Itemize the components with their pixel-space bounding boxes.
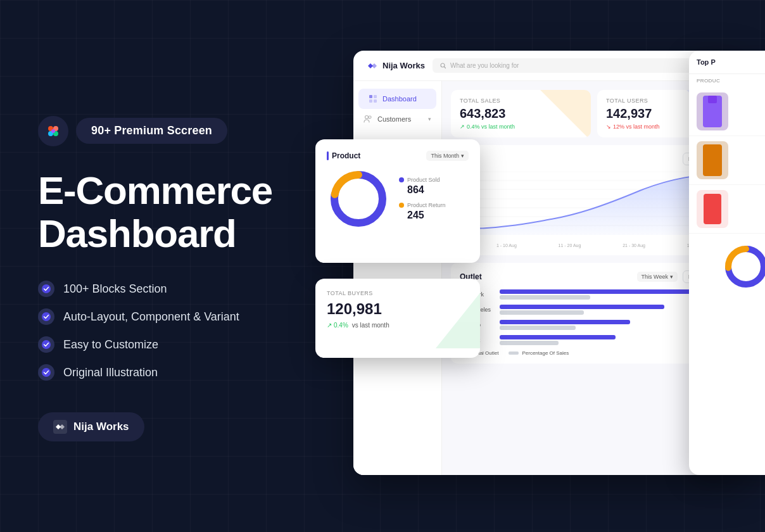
rf-product-2 [689, 136, 765, 185]
figma-icon [38, 116, 68, 146]
svg-rect-17 [369, 99, 372, 103]
svg-rect-18 [374, 99, 377, 103]
sidebar-item-dashboard[interactable]: Dashboard [358, 89, 436, 109]
rf-product-1 [689, 87, 765, 136]
feature-customize: Easy to Customize [38, 336, 355, 353]
outlet-row-newyork: New York 31 43% [460, 289, 728, 300]
svg-rect-15 [369, 95, 372, 98]
feature-blocks: 100+ Blocks Section [38, 281, 355, 297]
rf-header: Top P [689, 51, 765, 74]
product-card: Product This Month ▾ [315, 139, 480, 263]
brand-name: Nija Works [73, 421, 129, 433]
search-bar[interactable]: What are you looking for [433, 58, 733, 73]
svg-point-8 [42, 368, 51, 377]
main-title: E-Commerce Dashboard [38, 169, 355, 255]
outlet-row-phoenix: Phoenix 20 28% [460, 335, 728, 345]
legend-sold: Product Sold 864 [399, 177, 446, 196]
rf-subheader: PRODUC [689, 74, 765, 87]
outlet-row-la: Los Angeles 27 40% [460, 305, 728, 315]
left-panel: 90+ Premium Sccreen E-Commerce Dashboard… [38, 0, 355, 532]
svg-point-19 [365, 116, 369, 119]
sales-chart-area: 14k 12k 10k 8k 6k 4k 2k [460, 172, 728, 248]
check-icon-illustration [38, 364, 54, 381]
dashboard-main: Nija Works What are you looking for [353, 51, 746, 475]
donut-area: Product Sold 864 Product Return 245 [327, 167, 469, 231]
sidebar-item-customers[interactable]: Customers ▾ [353, 109, 441, 129]
svg-marker-21 [540, 90, 591, 137]
svg-point-5 [42, 284, 51, 293]
rf-donut [689, 234, 765, 300]
rf-product-3 [689, 185, 765, 234]
check-icon-blocks [38, 281, 54, 297]
outlet-header: Outlet This Week ▾ Download [460, 270, 728, 283]
product-card-header: Product This Month ▾ [327, 151, 469, 161]
chart-header: Sales Download [460, 153, 728, 165]
right-float-card: Top P PRODUC [689, 51, 765, 475]
svg-point-20 [369, 116, 371, 118]
buyers-card: TOTAL BUYERS 120,981 ↗ 0.4% vs last mont… [315, 279, 480, 358]
svg-point-6 [42, 312, 51, 321]
check-icon-customize [38, 336, 54, 353]
svg-point-7 [42, 340, 51, 349]
outlet-row-chicago: Chicago 22 36% [460, 320, 728, 330]
brand-footer: Nija Works [38, 412, 144, 441]
svg-marker-13 [436, 285, 480, 348]
stat-card-sales: TOTAL SALES 643,823 ↗ 0.4% vs last month [451, 90, 591, 137]
feature-illustration: Original Illustration [38, 364, 355, 381]
month-select[interactable]: This Month ▾ [426, 151, 469, 161]
outlet-legend: Total Outlet Percentage Of Sales [460, 350, 728, 356]
check-icon-layout [38, 308, 54, 325]
dash-header: Nija Works What are you looking for [353, 51, 746, 81]
donut-chart [327, 167, 390, 231]
donut-legend: Product Sold 864 Product Return 245 [399, 177, 446, 221]
legend-return: Product Return 245 [399, 202, 446, 221]
features-list: 100+ Blocks Section Auto-Layout, Compone… [38, 281, 355, 381]
outlet-period[interactable]: This Week ▾ [637, 272, 678, 282]
right-panel: Product This Month ▾ [353, 51, 765, 507]
product-card-title: Product [332, 151, 360, 160]
svg-point-4 [51, 129, 55, 133]
buyers-decoration [436, 285, 474, 352]
svg-rect-16 [374, 95, 377, 98]
dash-logo: Nija Works [366, 60, 425, 72]
feature-layout: Auto-Layout, Component & Variant [38, 308, 355, 325]
screen-count-badge: 90+ Premium Sccreen [76, 118, 227, 144]
badge-row: 90+ Premium Sccreen [38, 116, 355, 146]
